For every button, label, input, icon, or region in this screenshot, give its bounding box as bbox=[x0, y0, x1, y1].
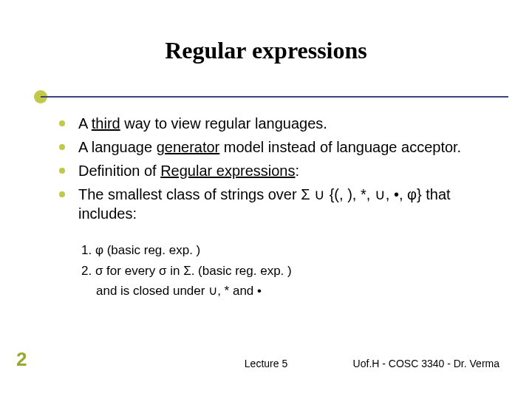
sub-item: and is closed under ∪, * and • bbox=[81, 282, 502, 301]
bullet-list: A third way to view regular languages. A… bbox=[59, 114, 502, 228]
bullet-item: Definition of Regular expressions: bbox=[59, 161, 502, 180]
bullet-text: Definition of Regular expressions: bbox=[78, 161, 299, 180]
bullet-text: A third way to view regular languages. bbox=[78, 114, 327, 133]
bullet-icon bbox=[59, 120, 65, 126]
bullet-item: A language generator model instead of la… bbox=[59, 137, 502, 157]
footer-right: Uof.H - COSC 3340 - Dr. Verma bbox=[353, 358, 499, 369]
bullet-icon bbox=[59, 144, 65, 150]
horizontal-rule bbox=[41, 96, 508, 98]
sub-list: 1. φ (basic reg. exp. ) 2. σ for every σ… bbox=[81, 241, 502, 302]
bullet-icon bbox=[59, 191, 65, 197]
bullet-item: A third way to view regular languages. bbox=[59, 114, 502, 133]
bullet-item: The smallest class of strings over Σ ∪ {… bbox=[59, 185, 502, 223]
bullet-icon bbox=[59, 168, 65, 174]
slide-title: Regular expressions bbox=[0, 37, 532, 64]
bullet-text: The smallest class of strings over Σ ∪ {… bbox=[78, 185, 502, 223]
sub-item: 2. σ for every σ in Σ. (basic reg. exp. … bbox=[81, 262, 502, 281]
sub-item: 1. φ (basic reg. exp. ) bbox=[81, 241, 502, 260]
bullet-text: A language generator model instead of la… bbox=[78, 137, 461, 157]
